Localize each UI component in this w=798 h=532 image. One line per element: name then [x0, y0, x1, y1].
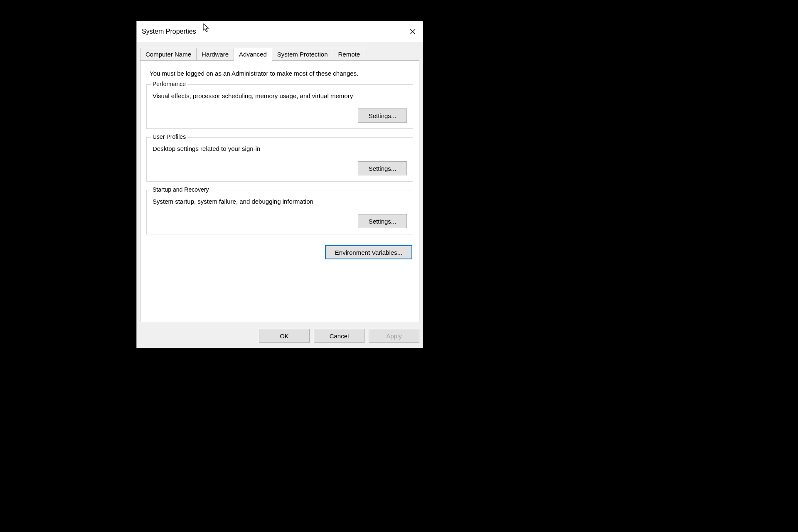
performance-group: Performance Visual effects, processor sc… — [146, 84, 413, 129]
performance-desc: Visual effects, processor scheduling, me… — [153, 92, 407, 99]
environment-variables-button[interactable]: Environment Variables... — [325, 245, 412, 259]
user-profiles-desc: Desktop settings related to your sign-in — [153, 145, 407, 152]
window-title: System Properties — [142, 28, 196, 35]
apply-label-tail: pply — [390, 332, 402, 340]
user-profiles-settings-button[interactable]: Settings... — [358, 161, 407, 175]
titlebar[interactable]: System Properties — [137, 21, 423, 42]
system-properties-dialog: System Properties Computer Name Hardware… — [136, 21, 423, 348]
dialog-action-bar: OK Cancel Apply — [259, 329, 419, 343]
tab-remote[interactable]: Remote — [333, 48, 366, 61]
user-profiles-group: User Profiles Desktop settings related t… — [146, 137, 413, 182]
close-button[interactable] — [403, 21, 423, 42]
env-variables-row: Environment Variables... — [146, 245, 413, 259]
user-profiles-title: User Profiles — [151, 133, 187, 140]
tab-hardware[interactable]: Hardware — [196, 48, 234, 61]
admin-notice: You must be logged on as an Administrato… — [146, 70, 413, 77]
tab-computer-name[interactable]: Computer Name — [140, 48, 197, 61]
startup-recovery-settings-button[interactable]: Settings... — [358, 214, 407, 228]
cancel-button[interactable]: Cancel — [314, 329, 365, 343]
tab-system-protection[interactable]: System Protection — [272, 48, 333, 61]
tab-panel-advanced: You must be logged on as an Administrato… — [140, 60, 419, 322]
performance-settings-button[interactable]: Settings... — [358, 108, 407, 123]
close-icon — [410, 29, 416, 34]
startup-recovery-title: Startup and Recovery — [151, 186, 210, 193]
tab-advanced[interactable]: Advanced — [234, 48, 272, 61]
startup-recovery-desc: System startup, system failure, and debu… — [153, 198, 407, 205]
apply-button[interactable]: Apply — [369, 329, 419, 343]
ok-button[interactable]: OK — [259, 329, 310, 343]
startup-recovery-group: Startup and Recovery System startup, sys… — [146, 190, 413, 234]
tab-strip: Computer Name Hardware Advanced System P… — [137, 48, 423, 61]
performance-title: Performance — [151, 81, 187, 87]
